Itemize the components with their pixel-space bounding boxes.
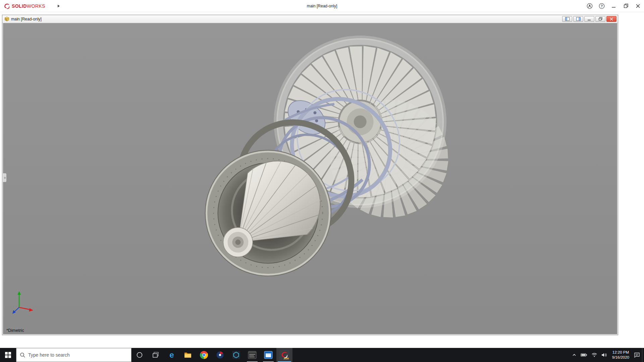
document-window: main [Read-only]	[2, 15, 618, 335]
doc-close-button[interactable]	[606, 16, 616, 22]
action-center-button[interactable]	[632, 348, 642, 362]
restore-button[interactable]	[620, 0, 632, 12]
action-center-icon	[634, 352, 640, 358]
pane-split-left-icon	[565, 17, 570, 21]
dark-window-app-button[interactable]	[244, 348, 260, 362]
show-desktop-button[interactable]	[642, 348, 644, 362]
help-icon: ?	[599, 3, 605, 9]
taskbar-spacer	[292, 348, 570, 362]
brand-bold: SOLID	[12, 3, 27, 9]
user-icon	[587, 3, 593, 9]
search-icon	[20, 352, 25, 358]
restore-icon	[624, 4, 628, 8]
tray-chevron-icon	[572, 353, 577, 357]
file-explorer-icon	[184, 351, 192, 359]
doc-restore-button[interactable]	[595, 16, 605, 22]
volume-icon	[601, 353, 607, 357]
compass-app-icon	[216, 351, 224, 359]
svg-text:e: e	[169, 351, 174, 359]
cortana-icon	[136, 352, 143, 358]
svg-text:?: ?	[601, 4, 603, 8]
app-titlebar: SOLIDWORKS main [Read-only] ?	[0, 0, 644, 12]
hexagon-app-icon	[232, 351, 240, 359]
edge-icon: e	[167, 351, 176, 359]
doc-minimize-button[interactable]	[584, 16, 594, 22]
doc-close-icon	[610, 17, 613, 21]
graphics-viewport[interactable]: *Dimetric	[3, 23, 617, 334]
pane-split-right-icon	[576, 17, 581, 21]
battery-icon	[581, 353, 587, 357]
taskbar-search[interactable]	[16, 348, 131, 362]
minimize-button[interactable]	[608, 0, 620, 12]
close-button[interactable]	[632, 0, 644, 12]
menu-flyout-arrow[interactable]	[57, 4, 60, 8]
edge-button[interactable]: e	[164, 348, 180, 362]
battery-button[interactable]	[579, 348, 589, 362]
solidworks-app-button[interactable]: 2020	[276, 348, 292, 362]
pane-split-right-button[interactable]	[573, 16, 583, 22]
minimize-icon	[612, 4, 616, 8]
brand-light: WORKS	[27, 3, 45, 9]
taskbar: e	[0, 348, 644, 362]
clock-date: 9/16/2020	[612, 355, 629, 360]
solidworks-app-icon: 2020	[279, 350, 289, 360]
chrome-icon	[200, 351, 208, 359]
hidden-icons-button[interactable]	[570, 348, 579, 362]
document-window-controls	[562, 16, 616, 22]
help-button[interactable]: ?	[596, 0, 608, 12]
close-icon	[636, 4, 640, 8]
start-icon	[5, 352, 11, 358]
collapsed-pane-tab[interactable]	[3, 173, 7, 182]
volume-button[interactable]	[599, 348, 609, 362]
view-orientation-label: *Dimetric	[6, 328, 24, 333]
dark-window-app-icon	[248, 351, 257, 359]
pane-split-left-button[interactable]	[562, 16, 572, 22]
screen: SOLIDWORKS main [Read-only] ?	[0, 0, 644, 362]
solidworks-brand: SOLIDWORKS	[0, 3, 45, 9]
app-window-controls: ?	[584, 0, 644, 12]
file-explorer-button[interactable]	[180, 348, 196, 362]
blue-window-app-button[interactable]	[260, 348, 276, 362]
assembly-doc-icon	[4, 16, 9, 21]
network-button[interactable]	[589, 348, 599, 362]
start-button[interactable]	[0, 348, 16, 362]
system-tray: 12:20 PM 9/16/2020	[570, 348, 644, 362]
taskbar-clock[interactable]: 12:20 PM 9/16/2020	[609, 348, 632, 362]
task-view-icon	[152, 352, 159, 358]
blue-window-app-icon	[264, 351, 273, 359]
task-view-button[interactable]	[148, 348, 164, 362]
flyout-arrow-icon	[57, 4, 60, 8]
document-titlebar[interactable]: main [Read-only]	[2, 15, 618, 23]
orientation-triad-icon	[9, 289, 40, 317]
login-button[interactable]	[584, 0, 596, 12]
document-title: main [Read-only]	[11, 17, 42, 21]
search-input[interactable]	[28, 352, 128, 358]
network-icon	[591, 353, 597, 357]
cortana-button[interactable]	[131, 348, 148, 362]
chrome-button[interactable]	[196, 348, 212, 362]
doc-minimize-icon	[588, 17, 591, 21]
hexagon-app-button[interactable]	[228, 348, 244, 362]
compass-app-button[interactable]	[212, 348, 228, 362]
collapsed-pane-dot-icon	[4, 177, 6, 179]
solidworks-logo-icon	[3, 3, 10, 9]
clock-time: 12:20 PM	[612, 350, 629, 355]
app-window-title: main [Read-only]	[0, 4, 644, 8]
solidworks-year-badge: 2020	[283, 357, 289, 360]
brand-text: SOLIDWORKS	[12, 3, 45, 9]
doc-restore-icon	[599, 17, 602, 21]
workspace: main [Read-only]	[0, 12, 644, 348]
jet-engine-model[interactable]	[3, 23, 617, 334]
